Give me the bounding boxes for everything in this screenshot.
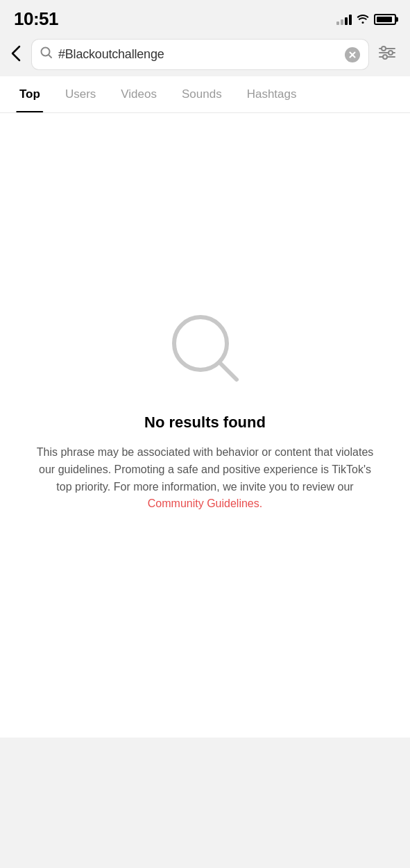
- tab-hashtags[interactable]: Hashtags: [234, 76, 309, 112]
- svg-line-8: [219, 362, 237, 380]
- search-icon: [40, 46, 53, 62]
- search-container: #Blackoutchallenge: [0, 35, 410, 76]
- status-bar: 10:51: [0, 0, 410, 35]
- back-button[interactable]: [11, 42, 25, 67]
- tab-top[interactable]: Top: [7, 76, 53, 112]
- empty-state-icon: [167, 310, 244, 393]
- filter-button[interactable]: [375, 42, 399, 67]
- tabs-bar: Top Users Videos Sounds Hashtags: [0, 76, 410, 113]
- description-text: This phrase may be associated with behav…: [37, 446, 374, 493]
- svg-point-6: [383, 55, 387, 59]
- tab-sounds[interactable]: Sounds: [169, 76, 234, 112]
- search-clear-button[interactable]: [345, 47, 360, 62]
- tab-videos[interactable]: Videos: [108, 76, 169, 112]
- signal-icon: [336, 14, 352, 25]
- status-time: 10:51: [14, 8, 58, 30]
- no-results-title: No results found: [144, 414, 266, 432]
- search-bar[interactable]: #Blackoutchallenge: [32, 40, 368, 69]
- wifi-icon: [356, 12, 370, 26]
- svg-point-5: [388, 51, 393, 55]
- svg-point-4: [382, 46, 386, 51]
- no-results-description: This phrase may be associated with behav…: [35, 444, 375, 513]
- tab-users[interactable]: Users: [53, 76, 108, 112]
- community-guidelines-link[interactable]: Community Guidelines.: [148, 497, 262, 509]
- battery-icon: [374, 14, 396, 25]
- main-content: No results found This phrase may be asso…: [0, 113, 410, 738]
- search-query: #Blackoutchallenge: [58, 47, 339, 62]
- status-icons: [336, 12, 396, 26]
